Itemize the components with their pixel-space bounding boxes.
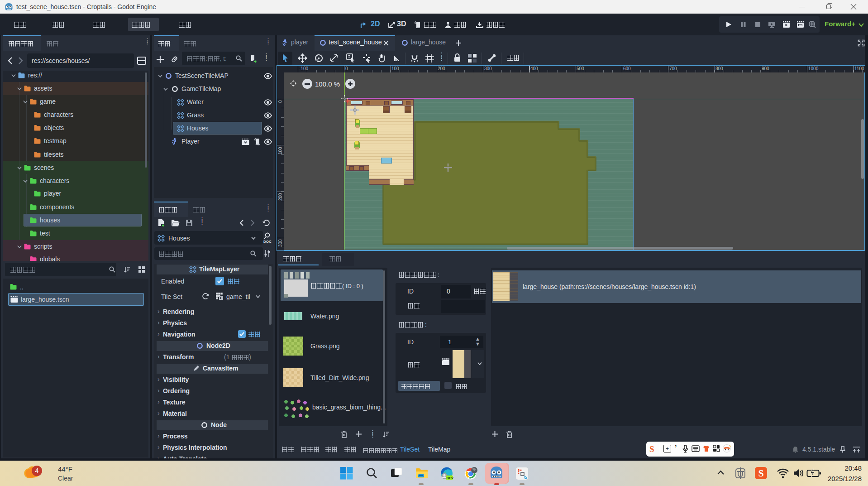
svg-text:DOC: DOC <box>263 240 272 244</box>
svg-text:DEV: DEV <box>447 476 453 480</box>
